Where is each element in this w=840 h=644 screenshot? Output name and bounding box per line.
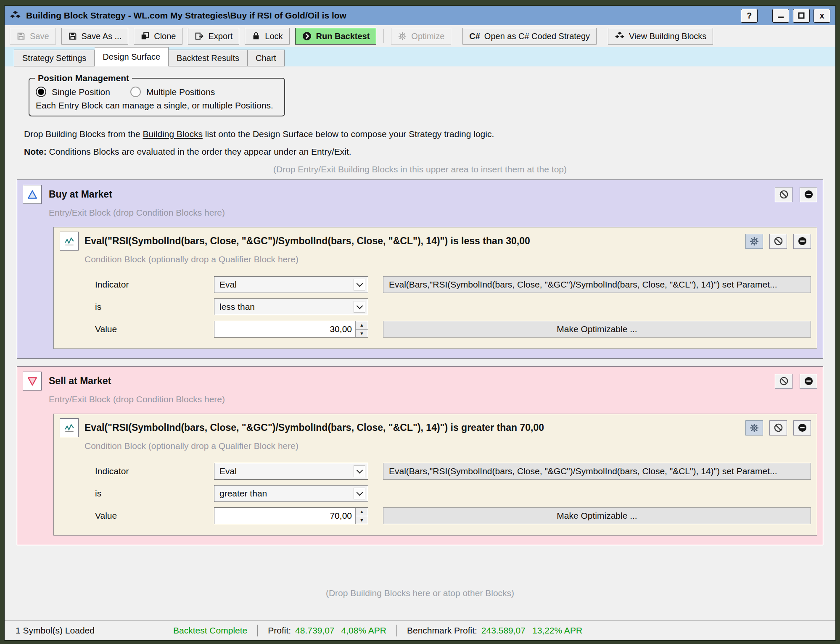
view-building-blocks-button[interactable]: View Building Blocks [608, 28, 713, 45]
run-backtest-button[interactable]: Run Backtest [295, 28, 377, 45]
building-blocks-icon [615, 31, 625, 41]
buy-condition-disable-button[interactable] [769, 234, 787, 249]
help-button[interactable]: ? [741, 9, 758, 23]
buy-condition-header: Eval("RSI(SymbolInd(bars, Close, "&GC")/… [60, 232, 811, 251]
gear-icon [749, 423, 759, 433]
export-icon [195, 32, 204, 41]
tab-design-surface[interactable]: Design Surface [95, 47, 169, 66]
open-csharp-button[interactable]: C# Open as C# Coded Strategy [462, 28, 597, 45]
backtest-status: Backtest Complete [173, 626, 247, 636]
position-radio-row: Single Position Multiple Positions [36, 87, 273, 97]
toolbar: Save Save As ... Clone Export Lock [5, 25, 835, 47]
window-title: Building Block Strategy - WL.com My Stra… [26, 11, 736, 21]
benchmark-profit-amount: 243.589,07 [481, 626, 526, 636]
spin-down-button[interactable]: ▼ [356, 516, 368, 524]
spin-up-button[interactable]: ▲ [356, 321, 368, 330]
buy-condition-form: Indicator Eval Eval(Bars,"RSI(SymbolInd(… [60, 276, 811, 338]
tab-backtest-results[interactable]: Backtest Results [169, 50, 248, 66]
profit-apr: 4,08% APR [341, 626, 386, 636]
buy-block-iconbox [23, 185, 42, 204]
export-label: Export [208, 32, 232, 41]
save-button[interactable]: Save [10, 28, 56, 45]
drop-hint-bottom: (Drop Building Blocks here or atop other… [17, 588, 823, 598]
minimize-button[interactable] [772, 9, 789, 23]
indicator-select[interactable]: Eval [214, 463, 368, 480]
buy-condition-title: Eval("RSI(SymbolInd(bars, Close, "&GC")/… [85, 235, 739, 247]
building-blocks-app-icon [10, 10, 21, 21]
toolbar-separator [383, 29, 384, 43]
operator-select[interactable]: less than [214, 298, 368, 315]
spin-down-button[interactable]: ▼ [356, 330, 368, 338]
indicator-parameters-button[interactable]: Eval(Bars,"RSI(SymbolInd(bars, Close, "&… [383, 276, 811, 293]
indicator-row: Indicator Eval Eval(Bars,"RSI(SymbolInd(… [60, 276, 811, 293]
buy-condition-settings-button[interactable] [745, 234, 763, 249]
indicator-chart-icon [64, 422, 75, 433]
drop-instructions: Drop Building Blocks from the Building B… [24, 129, 823, 139]
tab-strategy-settings[interactable]: Strategy Settings [14, 50, 95, 66]
tab-chart[interactable]: Chart [248, 50, 285, 66]
sell-condition-header: Eval("RSI(SymbolInd(bars, Close, "&GC")/… [60, 418, 811, 437]
tab-strip-filler [285, 47, 835, 66]
value-row: Value ▲ ▼ Make Optimizable ... [60, 321, 811, 338]
app-window: Building Block Strategy - WL.com My Stra… [4, 5, 836, 641]
drop-instructions-post: list onto the Design Surface below to co… [203, 129, 494, 139]
sell-block-header: Sell at Market [23, 372, 817, 391]
position-management-description: Each Entry Block can manage a single, or… [36, 100, 273, 111]
sell-condition-title: Eval("RSI(SymbolInd(bars, Close, "&GC")/… [85, 422, 739, 433]
buy-condition-remove-button[interactable] [793, 234, 811, 249]
position-management-group: Position Management Single Position Mult… [29, 73, 285, 116]
operator-select-value: less than [219, 302, 255, 312]
buy-condition-block: Eval("RSI(SymbolInd(bars, Close, "&GC")/… [53, 227, 817, 349]
building-blocks-link[interactable]: Building Blocks [143, 129, 202, 139]
value-input[interactable] [214, 321, 355, 337]
indicator-select[interactable]: Eval [214, 276, 368, 293]
note-label: Note: [24, 147, 47, 156]
operator-select[interactable]: greater than [214, 485, 368, 502]
export-button[interactable]: Export [188, 28, 239, 45]
single-position-radio[interactable]: Single Position [36, 87, 110, 97]
value-spinner: ▲ ▼ [355, 321, 368, 337]
sell-condition-remove-button[interactable] [793, 420, 811, 435]
radio-checked-icon [36, 87, 46, 97]
indicator-label: Indicator [60, 466, 214, 476]
sell-at-market-block: Sell at Market Entry/Exit Block (drop Co… [17, 366, 823, 545]
operator-row: is greater than [60, 485, 811, 502]
optimize-button[interactable]: Optimize [391, 28, 451, 45]
buy-condition-actions [745, 234, 811, 249]
save-as-button[interactable]: Save As ... [61, 28, 129, 45]
buy-remove-button[interactable] [800, 187, 817, 202]
drop-instructions-pre: Drop Building Blocks from the [24, 129, 143, 139]
sell-condition-disable-button[interactable] [769, 420, 787, 435]
sell-remove-button[interactable] [800, 374, 817, 389]
position-management-title: Position Management [35, 73, 132, 83]
lock-button[interactable]: Lock [245, 28, 289, 45]
multiple-positions-radio[interactable]: Multiple Positions [130, 87, 215, 97]
minus-circle-icon [804, 190, 814, 199]
sell-disable-button[interactable] [775, 374, 792, 389]
csharp-icon: C# [469, 32, 480, 41]
sell-block-iconbox [23, 372, 42, 391]
sell-condition-settings-button[interactable] [745, 420, 763, 435]
indicator-select-value: Eval [219, 466, 237, 476]
save-label: Save [30, 32, 49, 41]
lock-icon [251, 32, 261, 41]
spin-up-button[interactable]: ▲ [356, 508, 368, 516]
value-row: Value ▲ ▼ Make Optimizable ... [60, 507, 811, 524]
chevron-down-icon [354, 301, 365, 313]
close-button[interactable]: x [814, 9, 830, 23]
indicator-select-value: Eval [219, 280, 237, 290]
sell-condition-subtitle: Condition Block (optionally drop a Quali… [85, 441, 811, 451]
clone-button[interactable]: Clone [134, 28, 182, 45]
buy-disable-button[interactable] [775, 187, 792, 202]
indicator-parameters-button[interactable]: Eval(Bars,"RSI(SymbolInd(bars, Close, "&… [383, 463, 811, 480]
save-as-icon [68, 32, 77, 41]
optimize-label: Optimize [411, 32, 444, 41]
make-optimizable-button[interactable]: Make Optimizable ... [383, 507, 811, 524]
operator-select-value: greater than [219, 488, 267, 499]
value-spinner: ▲ ▼ [355, 508, 368, 524]
chevron-down-icon [354, 279, 365, 290]
make-optimizable-button[interactable]: Make Optimizable ... [383, 321, 811, 338]
maximize-button[interactable] [793, 9, 810, 23]
benchmark-profit-label: Benchmark Profit: [407, 626, 477, 636]
value-input[interactable] [214, 508, 355, 524]
